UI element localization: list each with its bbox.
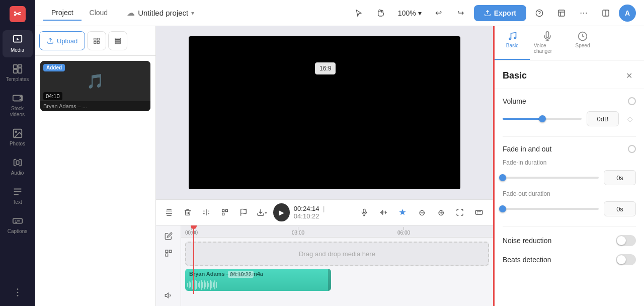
help-button[interactable] bbox=[530, 4, 548, 22]
mic-icon bbox=[360, 208, 368, 216]
zoom-in-button[interactable]: ⊕ bbox=[433, 204, 449, 220]
wave-bar bbox=[214, 280, 215, 289]
split-view-button[interactable] bbox=[597, 4, 615, 22]
clip-button[interactable] bbox=[218, 204, 232, 220]
fade-out-slider[interactable] bbox=[503, 208, 599, 210]
section-divider-2 bbox=[503, 226, 636, 227]
panel-close-button[interactable]: ✕ bbox=[622, 68, 636, 83]
play-button[interactable]: ▶ bbox=[273, 203, 290, 221]
volume-keyframe-button[interactable]: ◇ bbox=[624, 113, 636, 125]
music-basic-icon bbox=[507, 31, 517, 41]
total-duration: 04:10:22 bbox=[294, 212, 319, 220]
more-icon bbox=[12, 287, 23, 298]
fade-in-slider[interactable] bbox=[503, 177, 599, 179]
delete-button[interactable] bbox=[181, 204, 195, 220]
volume-slider[interactable] bbox=[503, 118, 582, 120]
right-panel-tabs: Basic Voice changer Speed bbox=[495, 26, 644, 60]
svg-rect-8 bbox=[16, 161, 19, 164]
logo-area[interactable]: ✂ bbox=[8, 4, 28, 24]
wave-bar bbox=[190, 282, 191, 287]
export-button[interactable]: Export bbox=[474, 5, 526, 21]
video-canvas bbox=[189, 36, 460, 189]
sidebar-item-photos[interactable]: Photos bbox=[3, 124, 33, 151]
timeline-ruler: 00:00 03:00 06:00 bbox=[181, 225, 493, 238]
svg-rect-4 bbox=[18, 68, 21, 73]
tab-project[interactable]: Project bbox=[43, 6, 82, 21]
download-button[interactable]: ▾ bbox=[255, 204, 269, 220]
panel-tab-basic[interactable]: Basic bbox=[495, 26, 530, 60]
fullscreen-button[interactable] bbox=[452, 204, 468, 220]
svg-rect-24 bbox=[363, 209, 365, 212]
volume-slider-thumb[interactable] bbox=[539, 115, 546, 122]
list-view-button[interactable] bbox=[108, 31, 127, 50]
zoom-control[interactable]: 100% ▾ bbox=[394, 7, 426, 19]
trim-button[interactable] bbox=[162, 204, 177, 220]
templates-icon bbox=[12, 63, 23, 74]
panel-tab-speed-label: Speed bbox=[576, 43, 590, 48]
wave-bar bbox=[198, 283, 199, 287]
fade-out-slider-row: 0s bbox=[503, 201, 636, 216]
fade-radio[interactable] bbox=[628, 145, 636, 153]
sidebar-item-media[interactable]: Media bbox=[3, 30, 33, 57]
media-item[interactable]: 🎵 Added 04:10 Bryan Adams – ... bbox=[40, 61, 150, 111]
pointer-tool-button[interactable] bbox=[350, 4, 368, 22]
hand-tool-button[interactable] bbox=[372, 4, 390, 22]
grid-track-button[interactable] bbox=[160, 247, 177, 260]
undo-button[interactable]: ↩ bbox=[430, 4, 448, 22]
avatar[interactable]: A bbox=[619, 5, 636, 22]
ruler-label: 00:00 bbox=[185, 230, 198, 236]
video-track[interactable]: Drag and drop media here bbox=[185, 242, 489, 266]
svg-rect-25 bbox=[475, 210, 482, 214]
captions-timeline-button[interactable] bbox=[471, 204, 487, 220]
download-icon bbox=[257, 208, 265, 216]
redo-button[interactable]: ↪ bbox=[452, 4, 470, 22]
project-name-area[interactable]: ☁ Untitled project ▾ bbox=[122, 6, 199, 20]
volume-radio[interactable] bbox=[628, 97, 636, 105]
playhead[interactable] bbox=[193, 225, 194, 294]
sidebar-item-stock-videos[interactable]: Stock videos bbox=[3, 89, 33, 122]
project-name: Untitled project bbox=[138, 9, 188, 17]
noise-reduction-toggle[interactable] bbox=[616, 235, 636, 246]
sidebar-item-captions[interactable]: Captions bbox=[3, 211, 33, 239]
tab-cloud[interactable]: Cloud bbox=[82, 6, 116, 21]
volume-track-button[interactable] bbox=[160, 289, 177, 302]
flag-icon bbox=[239, 208, 248, 216]
audio-track[interactable]: Bryan Adams – Heaven.m4a 04:10:22 bbox=[185, 269, 331, 291]
snap-icon bbox=[398, 208, 407, 216]
zoom-controls: ⊖ ⊕ bbox=[356, 204, 487, 220]
fade-out-slider-thumb[interactable] bbox=[499, 205, 506, 212]
svg-point-12 bbox=[17, 295, 18, 296]
timeline-left-strip bbox=[156, 225, 181, 306]
sidebar-item-templates[interactable]: Templates bbox=[3, 59, 33, 87]
svg-rect-16 bbox=[94, 38, 96, 40]
upload-button[interactable]: Upload bbox=[39, 31, 85, 50]
sidebar-item-text[interactable]: Text bbox=[3, 182, 33, 209]
panel-header: Basic ✕ bbox=[495, 60, 644, 89]
sidebar-more-button[interactable] bbox=[3, 283, 33, 302]
zoom-out-button[interactable]: ⊖ bbox=[414, 204, 430, 220]
split-button[interactable] bbox=[199, 204, 214, 220]
audio-icon bbox=[12, 157, 23, 168]
panel-tab-voice-changer[interactable]: Voice changer bbox=[530, 26, 565, 60]
media-label: Media bbox=[11, 47, 24, 53]
wave-bar bbox=[189, 281, 190, 288]
edit-track-button[interactable] bbox=[160, 230, 177, 243]
svg-rect-19 bbox=[97, 41, 99, 43]
fade-in-slider-thumb[interactable] bbox=[499, 174, 506, 181]
left-sidebar: ✂ Media Templates Stock videos Photos Au… bbox=[0, 0, 35, 306]
trash-icon bbox=[184, 208, 192, 216]
wave-bar bbox=[211, 281, 212, 288]
clip-icon bbox=[221, 208, 229, 216]
track-end-handle[interactable] bbox=[328, 269, 331, 291]
flag-button[interactable] bbox=[236, 204, 251, 220]
layout-button[interactable] bbox=[552, 4, 571, 22]
sidebar-item-audio[interactable]: Audio bbox=[3, 153, 33, 180]
panel-tab-speed[interactable]: Speed bbox=[565, 26, 600, 60]
snap-button[interactable] bbox=[394, 204, 411, 220]
grid-view-button[interactable] bbox=[87, 31, 106, 50]
beats-detection-toggle[interactable] bbox=[616, 254, 636, 265]
media-filename: Bryan Adams – ... bbox=[40, 101, 150, 111]
waveform-button[interactable] bbox=[375, 204, 391, 220]
mic-button[interactable] bbox=[356, 204, 372, 220]
more-options-button[interactable]: ⋯ bbox=[575, 4, 593, 22]
